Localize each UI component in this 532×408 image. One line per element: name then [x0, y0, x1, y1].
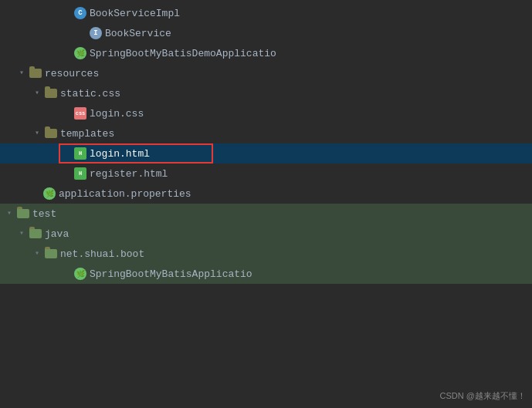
item-label: register.html [90, 168, 168, 180]
tree-item-register-html[interactable]: H register.html [0, 164, 532, 184]
item-label: test [32, 208, 56, 220]
tree-item-application-properties[interactable]: 🌿 application.properties [0, 184, 532, 204]
tree-item-static-css[interactable]: static.css [0, 83, 532, 103]
file-tree: C BookServiceImpl I BookService 🌿 Spring… [0, 0, 532, 408]
tree-item-java[interactable]: java [0, 224, 532, 244]
item-label: SpringBootMyBatisDemoApplicatio [90, 48, 276, 59]
html-file-icon: H [74, 167, 86, 180]
spring-icon: 🌿 [74, 47, 86, 59]
folder-icon [29, 69, 42, 78]
tree-item-net-shuai-boot[interactable]: net.shuai.boot [0, 244, 532, 264]
html-file-icon: H [74, 147, 86, 160]
tree-item-spring-boot-app[interactable]: 🌿 SpringBootMyBatisDemoApplicatio [0, 43, 532, 63]
folder-icon [45, 129, 57, 138]
tree-item-book-service[interactable]: I BookService [0, 23, 532, 43]
item-label: resources [45, 68, 99, 79]
tree-item-login-html[interactable]: H login.html [0, 143, 532, 164]
css-file-icon: css [74, 107, 86, 120]
folder-icon [45, 89, 57, 98]
item-label: SpringBootMyBatisApplicatio [90, 268, 252, 280]
chevron-expanded [31, 87, 43, 99]
item-label: templates [60, 128, 114, 140]
folder-icon [17, 209, 29, 218]
spring-icon: 🌿 [74, 268, 86, 280]
watermark: CSDN @越来越不懂！ [440, 390, 526, 402]
item-label: BookService [105, 28, 171, 39]
item-label: login.css [90, 108, 144, 120]
interface-icon: I [90, 27, 102, 39]
folder-icon [29, 229, 42, 238]
item-label: login.html [90, 148, 150, 160]
tree-item-test[interactable]: test [0, 204, 532, 224]
item-label: static.css [60, 88, 120, 99]
item-label: BookServiceImpl [90, 8, 180, 19]
tree-item-book-service-impl[interactable]: C BookServiceImpl [0, 3, 532, 23]
tree-item-login-css[interactable]: css login.css [0, 103, 532, 123]
item-label: application.properties [59, 188, 191, 200]
tree-item-templates[interactable]: templates [0, 123, 532, 143]
chevron-expanded [31, 248, 43, 260]
item-label: java [45, 228, 69, 240]
chevron-expanded [31, 127, 43, 140]
tree-item-resources[interactable]: resources [0, 63, 532, 83]
chevron-expanded [3, 207, 15, 220]
folder-icon [45, 249, 57, 258]
item-label: net.shuai.boot [60, 248, 144, 260]
spring-icon: 🌿 [43, 187, 56, 200]
chevron-expanded [15, 67, 28, 79]
chevron-expanded [15, 228, 28, 240]
tree-item-spring-app2[interactable]: 🌿 SpringBootMyBatisApplicatio [0, 264, 532, 284]
class-icon: C [74, 7, 86, 19]
